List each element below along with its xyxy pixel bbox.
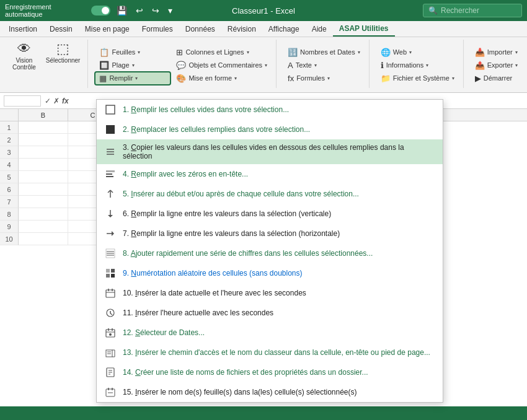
cell[interactable] — [19, 134, 68, 146]
search-input[interactable] — [441, 6, 515, 15]
cell[interactable] — [19, 233, 68, 245]
mise-en-forme-label: Mise en forme — [188, 74, 232, 82]
colonnes-lignes-icon: ⊞ — [176, 48, 183, 57]
dropdown-item-14-text: 14. Créer une liste de noms de fichiers … — [123, 368, 435, 377]
dropdown-item-10-text: 10. Insérer la date actuelle et l'heure … — [123, 289, 435, 297]
remplir-label: Remplir — [109, 74, 133, 82]
colonnes-lignes-label: Colonnes et Lignes — [185, 48, 244, 56]
cell[interactable] — [19, 221, 68, 233]
exporter-btn[interactable]: 📤 Exporter ▾ — [471, 59, 527, 71]
dropdown-item-3-text: 3. Copier les valeurs dans les cellules … — [123, 143, 435, 160]
demarrer-btn[interactable]: ▶ Démarrer — [471, 72, 527, 84]
redo-icon[interactable]: ↪ — [149, 4, 162, 17]
dropdown-item[interactable]: 4. Remplir avec les zéros en en-tête... — [97, 164, 443, 184]
dropdown-item[interactable]: 14. Créer une liste de noms de fichiers … — [97, 362, 443, 382]
importer-btn[interactable]: 📥 Importer ▾ — [471, 46, 527, 58]
dropdown-item-5-icon — [104, 188, 117, 200]
dropdown-overlay: 1. Remplir les cellules vides dans votre… — [96, 99, 443, 403]
vision-btn[interactable]: 👁 VisionContrôle — [9, 40, 40, 73]
menu-item-aide[interactable]: Aide — [306, 21, 333, 37]
selectionner-btn[interactable]: ⬚ Sélectionner — [42, 40, 84, 66]
cell[interactable] — [19, 159, 68, 171]
plage-icon: 🔲 — [99, 61, 109, 70]
nombres-dates-icon: 🔢 — [288, 48, 298, 57]
texte-btn[interactable]: A Texte ▾ — [284, 59, 364, 71]
cell[interactable] — [19, 183, 68, 196]
exporter-label: Exporter — [487, 61, 513, 69]
menu-item-donnees[interactable]: Données — [179, 21, 221, 37]
cell-reference[interactable] — [4, 95, 41, 107]
menu-item-formules[interactable]: Formules — [136, 21, 179, 37]
dropdown-item[interactable]: 2. Remplacer les cellules remplies dans … — [97, 120, 443, 139]
mise-en-forme-icon: 🎨 — [176, 74, 186, 83]
feuilles-btn[interactable]: 📋 Feuilles ▾ — [95, 46, 170, 58]
formules-caret: ▾ — [327, 76, 330, 81]
plage-caret: ▾ — [132, 63, 135, 68]
importer-label: Importer — [487, 48, 513, 56]
texte-label: Texte — [296, 61, 312, 69]
dropdown-item[interactable]: 7. Remplir la ligne entre les valeurs da… — [97, 224, 443, 243]
dropdown-item[interactable]: 11. Insérer l'heure actuelle avec les se… — [97, 303, 443, 323]
colonnes-lignes-btn[interactable]: ⊞ Colonnes et Lignes ▾ — [172, 46, 252, 58]
informations-btn[interactable]: ℹ Informations ▾ — [377, 59, 458, 71]
dropdown-item[interactable]: 1. Remplir les cellules vides dans votre… — [97, 100, 443, 120]
dropdown-item[interactable]: 5. Insérer au début et/ou après de chaqu… — [97, 184, 443, 204]
dropdown-item-8-icon — [104, 247, 117, 260]
remplir-btn[interactable]: ▦ Remplir ▾ — [95, 72, 170, 84]
checkmark-icon[interactable]: ✓ — [45, 97, 51, 105]
dropdown-item[interactable]: 15. Insérer le nom de(s) feuille(s) dans… — [97, 382, 443, 402]
row-number: 5 — [0, 171, 19, 183]
menu-item-revision[interactable]: Révision — [221, 21, 262, 37]
dropdown-item-11-icon — [104, 307, 117, 319]
dropdown-item[interactable]: 8. Ajouter rapidement une série de chiff… — [97, 243, 443, 263]
exporter-icon: 📤 — [475, 61, 485, 70]
menu-item-mise-en-page[interactable]: Mise en page — [79, 21, 136, 37]
search-box[interactable]: 🔍 — [423, 4, 522, 17]
dropdown-item-1-text: 1. Remplir les cellules vides dans votre… — [123, 105, 435, 114]
cell[interactable] — [19, 208, 68, 221]
dropdown-item-15-text: 15. Insérer le nom de(s) feuille(s) dans… — [123, 388, 435, 396]
dropdown-icon[interactable]: ▾ — [166, 4, 175, 17]
menu-item-affichage[interactable]: Affichage — [262, 21, 306, 37]
cell[interactable] — [19, 121, 68, 134]
fx-icon[interactable]: fx — [62, 97, 69, 105]
dropdown-item[interactable]: 10. Insérer la date actuelle et l'heure … — [97, 283, 443, 303]
cell[interactable] — [19, 146, 68, 159]
save-icon[interactable]: 💾 — [114, 4, 130, 17]
formules-label: Formules — [296, 74, 325, 82]
menu-item-dessin[interactable]: Dessin — [43, 21, 79, 37]
menu-item-insertion[interactable]: Insertion — [2, 21, 43, 37]
svg-rect-0 — [106, 105, 115, 114]
autosave-toggle[interactable] — [91, 6, 110, 15]
formules-btn[interactable]: fx Formules ▾ — [284, 72, 364, 84]
feuilles-caret: ▾ — [138, 50, 140, 55]
dropdown-item[interactable]: 3. Copier les valeurs dans les cellules … — [97, 139, 443, 164]
web-caret: ▾ — [409, 50, 412, 55]
mise-en-forme-btn[interactable]: 🎨 Mise en forme ▾ — [172, 72, 247, 84]
dropdown-item-5-text: 5. Insérer au début et/ou après de chaqu… — [123, 190, 435, 198]
ribbon-group-feuilles: 📋 Feuilles ▾ ⊞ Colonnes et Lignes ▾ 🔲 Pl… — [91, 40, 277, 88]
objets-commentaires-btn[interactable]: 💬 Objets et Commentaires ▾ — [172, 59, 271, 71]
web-label: Web — [393, 48, 407, 56]
plage-btn[interactable]: 🔲 Plage ▾ — [95, 59, 170, 71]
web-btn[interactable]: 🌐 Web ▾ — [377, 46, 458, 58]
dropdown-item[interactable]: 12. Sélecteur de Dates... — [97, 323, 443, 343]
cross-icon[interactable]: ✗ — [53, 97, 60, 105]
informations-icon: ℹ — [381, 61, 384, 70]
ribbon-btns-vision: 👁 VisionContrôle ⬚ Sélectionner — [9, 40, 84, 88]
texte-icon: A — [288, 61, 293, 70]
dropdown-item[interactable]: 13. Insérer le chemin d'accès et le nom … — [97, 343, 443, 362]
title-bar-right: 🔍 — [352, 4, 522, 17]
fichier-systeme-btn[interactable]: 📁 Fichier et Système ▾ — [377, 72, 458, 84]
window-title: Classeur1 - Excel — [179, 6, 348, 15]
dropdown-item[interactable]: 6. Remplir la ligne entre les valeurs da… — [97, 204, 443, 224]
nombres-dates-btn[interactable]: 🔢 Nombres et Dates ▾ — [284, 46, 364, 58]
dropdown-item-10-icon — [104, 287, 117, 299]
menu-item-asap[interactable]: ASAP Utilities — [333, 21, 395, 37]
cell[interactable] — [19, 171, 68, 183]
undo-icon[interactable]: ↩ — [133, 4, 146, 17]
mise-en-forme-caret: ▾ — [234, 76, 237, 81]
cell[interactable] — [19, 196, 68, 208]
colonnes-caret: ▾ — [247, 50, 249, 55]
dropdown-item[interactable]: 9. Numérotation aléatoire des cellules (… — [97, 263, 443, 283]
